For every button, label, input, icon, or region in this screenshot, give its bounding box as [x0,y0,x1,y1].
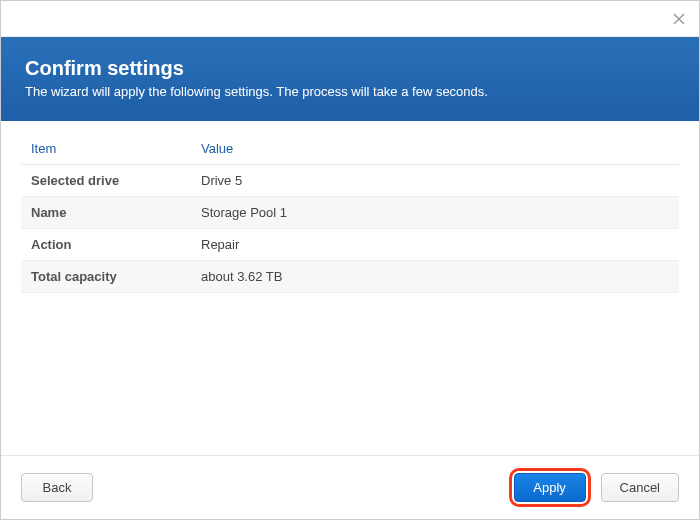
table-row: Name Storage Pool 1 [21,197,679,229]
confirm-settings-dialog: Confirm settings The wizard will apply t… [0,0,700,520]
row-value: Storage Pool 1 [191,197,679,229]
table-row: Total capacity about 3.62 TB [21,261,679,293]
col-header-value: Value [191,133,679,165]
back-button[interactable]: Back [21,473,93,502]
dialog-subtitle: The wizard will apply the following sett… [25,84,675,99]
apply-button[interactable]: Apply [514,473,586,502]
table-row: Selected drive Drive 5 [21,165,679,197]
dialog-content: Item Value Selected drive Drive 5 Name S… [1,121,699,455]
dialog-title: Confirm settings [25,57,675,80]
row-item: Selected drive [21,165,191,197]
table-row: Action Repair [21,229,679,261]
row-item: Name [21,197,191,229]
col-header-item: Item [21,133,191,165]
apply-highlight: Apply [509,468,591,507]
row-value: about 3.62 TB [191,261,679,293]
dialog-header: Confirm settings The wizard will apply t… [1,37,699,121]
row-value: Drive 5 [191,165,679,197]
settings-table: Item Value Selected drive Drive 5 Name S… [21,133,679,293]
row-item: Action [21,229,191,261]
row-value: Repair [191,229,679,261]
titlebar [1,1,699,37]
close-icon[interactable] [669,9,689,29]
row-item: Total capacity [21,261,191,293]
cancel-button[interactable]: Cancel [601,473,679,502]
dialog-footer: Back Apply Cancel [1,455,699,519]
